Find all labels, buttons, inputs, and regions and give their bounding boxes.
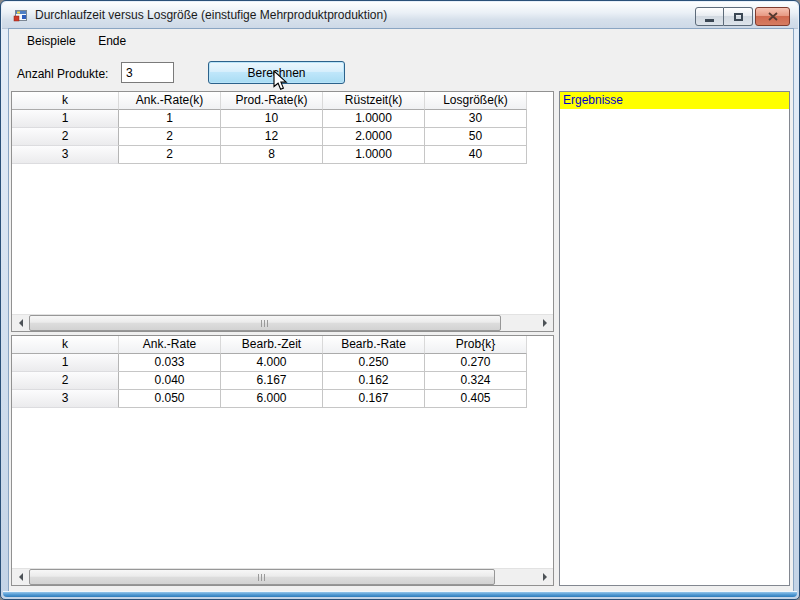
arrow-right-icon [543, 319, 547, 327]
scrollbar-track[interactable] [29, 315, 536, 331]
scroll-right-button[interactable] [536, 569, 553, 585]
row-header-cell[interactable]: 3 [12, 390, 119, 408]
scrollbar-grip-icon [261, 320, 269, 327]
data-cell[interactable]: 1.0000 [323, 110, 425, 128]
column-header-filler [527, 336, 553, 354]
arrow-left-icon [19, 573, 23, 581]
data-cell[interactable]: 30 [425, 110, 527, 128]
data-cell[interactable]: 10 [221, 110, 323, 128]
maximize-icon [734, 13, 743, 21]
horizontal-scrollbar[interactable] [12, 314, 553, 331]
scroll-left-button[interactable] [12, 315, 29, 331]
app-window: Durchlaufzeit versus Losgröße (einstufig… [0, 0, 800, 600]
grid-row: 20.0406.1670.1620.324 [12, 372, 553, 390]
grid-row: 30.0506.0000.1670.405 [12, 390, 553, 408]
filler-cell [527, 354, 553, 372]
row-header-cell[interactable]: 1 [12, 354, 119, 372]
data-cell[interactable]: 0.050 [119, 390, 221, 408]
data-cell[interactable]: 2.0000 [323, 128, 425, 146]
calculated-grid-table: kAnk.-RateBearb.-ZeitBearb.-RateProb{k}1… [12, 336, 553, 408]
titlebar[interactable]: Durchlaufzeit versus Losgröße (einstufig… [2, 2, 798, 29]
results-list-item[interactable]: Ergebnisse [560, 92, 789, 109]
filler-cell [527, 372, 553, 390]
data-cell[interactable]: 6.000 [221, 390, 323, 408]
data-cell[interactable]: 40 [425, 146, 527, 164]
data-cell[interactable]: 6.167 [221, 372, 323, 390]
grid-header-row: kAnk.-RateBearb.-ZeitBearb.-RateProb{k} [12, 336, 553, 354]
grid-row: 11101.000030 [12, 110, 553, 128]
data-cell[interactable]: 0.033 [119, 354, 221, 372]
column-header[interactable]: Losgröße(k) [425, 92, 527, 110]
grid-row: 3281.000040 [12, 146, 553, 164]
client-area: Beispiele Ende Anzahl Produkte: Berechne… [9, 29, 793, 593]
column-header[interactable]: Prod.-Rate(k) [221, 92, 323, 110]
filler-cell [527, 110, 553, 128]
calculated-grid[interactable]: kAnk.-RateBearb.-ZeitBearb.-RateProb{k}1… [11, 335, 554, 586]
data-cell[interactable]: 0.040 [119, 372, 221, 390]
caption-buttons [695, 7, 790, 26]
horizontal-scrollbar[interactable] [12, 568, 553, 585]
window-title: Durchlaufzeit versus Losgröße (einstufig… [35, 2, 387, 28]
column-header[interactable]: Bearb.-Rate [323, 336, 425, 354]
app-icon [13, 8, 29, 24]
anzahl-produkte-label: Anzahl Produkte: [17, 67, 108, 81]
berechnen-button[interactable]: Berechnen [208, 61, 345, 84]
data-cell[interactable]: 2 [119, 146, 221, 164]
column-header[interactable]: Prob{k} [425, 336, 527, 354]
menubar: Beispiele Ende [9, 29, 793, 53]
input-grid-table: kAnk.-Rate(k)Prod.-Rate(k)Rüstzeit(k)Los… [12, 92, 553, 164]
data-cell[interactable]: 50 [425, 128, 527, 146]
column-header-filler [527, 92, 553, 110]
window-bottom-border [3, 592, 797, 597]
data-cell[interactable]: 4.000 [221, 354, 323, 372]
grid-header-row: kAnk.-Rate(k)Prod.-Rate(k)Rüstzeit(k)Los… [12, 92, 553, 110]
anzahl-produkte-input[interactable] [121, 62, 174, 83]
grid-row: 10.0334.0000.2500.270 [12, 354, 553, 372]
filler-cell [527, 390, 553, 408]
column-header[interactable]: Bearb.-Zeit [221, 336, 323, 354]
scroll-right-button[interactable] [536, 315, 553, 331]
data-cell[interactable]: 0.250 [323, 354, 425, 372]
arrow-left-icon [19, 319, 23, 327]
scrollbar-track[interactable] [29, 569, 536, 585]
row-header-cell[interactable]: 2 [12, 372, 119, 390]
column-header[interactable]: k [12, 336, 119, 354]
scrollbar-thumb[interactable] [29, 315, 501, 331]
column-header[interactable]: Ank.-Rate(k) [119, 92, 221, 110]
scrollbar-thumb[interactable] [29, 569, 495, 585]
grid-row: 22122.000050 [12, 128, 553, 146]
data-cell[interactable]: 0.270 [425, 354, 527, 372]
minimize-icon [705, 19, 714, 22]
close-icon [768, 12, 778, 21]
minimize-button[interactable] [695, 7, 724, 26]
row-header-cell[interactable]: 2 [12, 128, 119, 146]
data-cell[interactable]: 8 [221, 146, 323, 164]
data-cell[interactable]: 12 [221, 128, 323, 146]
close-button[interactable] [755, 7, 790, 26]
data-cell[interactable]: 1 [119, 110, 221, 128]
data-cell[interactable]: 2 [119, 128, 221, 146]
data-cell[interactable]: 0.324 [425, 372, 527, 390]
column-header[interactable]: Rüstzeit(k) [323, 92, 425, 110]
scroll-left-button[interactable] [12, 569, 29, 585]
data-cell[interactable]: 1.0000 [323, 146, 425, 164]
input-grid[interactable]: kAnk.-Rate(k)Prod.-Rate(k)Rüstzeit(k)Los… [11, 91, 554, 332]
filler-cell [527, 128, 553, 146]
data-cell[interactable]: 0.405 [425, 390, 527, 408]
maximize-button[interactable] [724, 7, 753, 26]
menu-item-ende[interactable]: Ende [89, 29, 135, 53]
column-header[interactable]: Ank.-Rate [119, 336, 221, 354]
arrow-right-icon [543, 573, 547, 581]
menu-item-beispiele[interactable]: Beispiele [18, 29, 85, 53]
data-cell[interactable]: 0.162 [323, 372, 425, 390]
data-cell[interactable]: 0.167 [323, 390, 425, 408]
results-listbox[interactable]: Ergebnisse [559, 91, 790, 586]
column-header[interactable]: k [12, 92, 119, 110]
row-header-cell[interactable]: 1 [12, 110, 119, 128]
scrollbar-grip-icon [258, 574, 266, 581]
filler-cell [527, 146, 553, 164]
row-header-cell[interactable]: 3 [12, 146, 119, 164]
